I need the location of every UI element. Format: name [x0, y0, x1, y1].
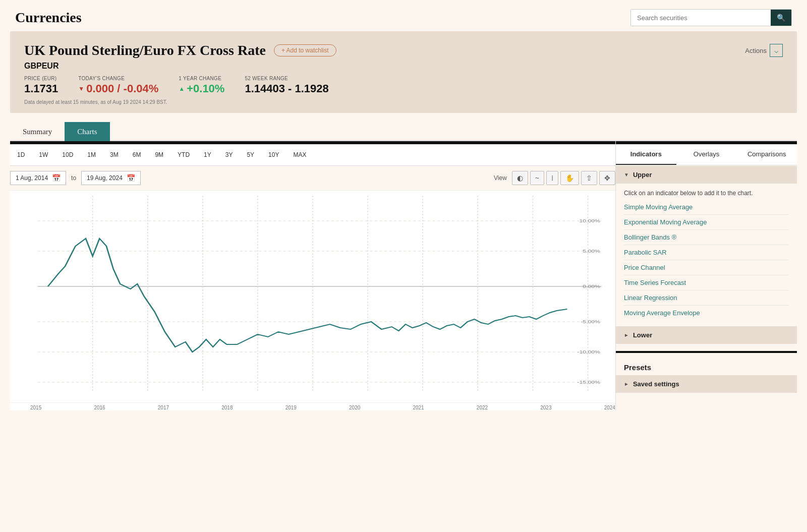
saved-settings-label: Saved settings [633, 380, 679, 388]
tabs-row: Summary Charts [10, 121, 797, 141]
year-change-label: 1 YEAR CHANGE [179, 76, 224, 81]
indicator-parabolic-sar[interactable]: Parabolic SAR [624, 245, 789, 260]
todays-change-stat: TODAY'S CHANGE ▼ 0.000 / -0.04% [78, 76, 158, 95]
security-header: UK Pound Sterling/Euro FX Cross Rate + A… [10, 31, 797, 113]
delayed-note: Data delayed at least 15 minutes, as of … [24, 99, 783, 105]
tab-charts[interactable]: Charts [65, 122, 109, 141]
stats-row: PRICE (EUR) 1.1731 TODAY'S CHANGE ▼ 0.00… [24, 76, 783, 95]
date-from-input[interactable]: 1 Aug, 2014 📅 [10, 171, 66, 185]
time-range-row: 1D 1W 10D 1M 3M 6M 9M YTD 1Y 3Y 5Y 10Y M… [10, 144, 615, 166]
upper-section-label: Upper [633, 171, 652, 179]
x-label-2024: 2024 [604, 405, 615, 410]
time-btn-ytd[interactable]: YTD [170, 148, 197, 161]
x-label-2020: 2020 [349, 405, 360, 410]
chart-main: 1D 1W 10D 1M 3M 6M 9M YTD 1Y 3Y 5Y 10Y M… [10, 141, 615, 410]
price-label: PRICE (EUR) [24, 76, 58, 81]
panel-tab-comparisons[interactable]: Comparisons [736, 144, 797, 165]
time-btn-5y[interactable]: 5Y [240, 148, 261, 161]
time-btn-1w[interactable]: 1W [32, 148, 55, 161]
indicator-moving-average-envelope[interactable]: Moving Average Envelope [624, 306, 789, 320]
search-input[interactable] [631, 10, 771, 26]
date-range-row: 1 Aug, 2014 📅 to 19 Aug, 2024 📅 View ◐ ~… [10, 166, 615, 191]
panel-tab-overlays[interactable]: Overlays [676, 144, 737, 165]
top-header: Currencies 🔍 [0, 0, 807, 31]
actions-label: Actions [745, 47, 767, 54]
x-label-2018: 2018 [221, 405, 233, 410]
time-btn-10y[interactable]: 10Y [261, 148, 286, 161]
saved-settings-section[interactable]: ► Saved settings [616, 375, 797, 393]
x-label-2016: 2016 [94, 405, 105, 410]
actions-dropdown-button[interactable]: ⌵ [770, 44, 783, 57]
x-label-2017: 2017 [158, 405, 169, 410]
presets-divider [616, 351, 797, 353]
date-to-input[interactable]: 19 Aug, 2024 📅 [81, 171, 141, 185]
time-btn-1d[interactable]: 1D [10, 148, 32, 161]
indicator-exponential-moving-average[interactable]: Exponential Moving Average [624, 215, 789, 230]
time-btn-6m[interactable]: 6M [126, 148, 148, 161]
security-name: UK Pound Sterling/Euro FX Cross Rate [24, 42, 266, 58]
svg-text:5.00%: 5.00% [583, 249, 600, 254]
expand-button[interactable]: ✥ [599, 171, 615, 185]
tab-summary[interactable]: Summary [10, 122, 65, 141]
lower-expand-icon: ► [624, 332, 629, 338]
search-button[interactable]: 🔍 [771, 10, 791, 26]
view-buttons: ◐ ~ ⁞ ✋ ⇧ ✥ [512, 171, 615, 185]
to-label: to [71, 174, 76, 182]
todays-change-label: TODAY'S CHANGE [78, 76, 158, 81]
search-box: 🔍 [630, 9, 792, 26]
chart-canvas: 10.00% 5.00% 0.00% -5.00% -10.00% -15.00… [10, 191, 615, 402]
chart-svg: 10.00% 5.00% 0.00% -5.00% -10.00% -15.00… [10, 191, 615, 402]
upper-expand-icon: ▼ [624, 172, 629, 178]
indicator-price-channel[interactable]: Price Channel [624, 260, 789, 275]
svg-text:-10.00%: -10.00% [577, 349, 600, 354]
x-axis-labels: 2015 2016 2017 2018 2019 2020 2021 2022 … [10, 402, 615, 410]
indicator-list: Simple Moving Average Exponential Moving… [616, 200, 797, 320]
x-label-2019: 2019 [285, 405, 297, 410]
calendar-from-icon: 📅 [52, 174, 61, 182]
price-stat: PRICE (EUR) 1.1731 [24, 76, 58, 95]
year-change-row: ▲ +0.10% [179, 82, 224, 95]
panel-tab-indicators[interactable]: Indicators [616, 144, 676, 165]
x-label-2022: 2022 [477, 405, 488, 410]
x-label-2015: 2015 [30, 405, 41, 410]
indicator-simple-moving-average[interactable]: Simple Moving Average [624, 200, 789, 215]
view-candlestick-button[interactable]: ◐ [512, 171, 528, 185]
svg-text:-5.00%: -5.00% [581, 319, 600, 324]
view-label: View [494, 174, 507, 182]
lower-section-header[interactable]: ► Lower [616, 326, 797, 344]
panel-tabs: Indicators Overlays Comparisons [616, 144, 797, 165]
time-btn-3m[interactable]: 3M [103, 148, 126, 161]
svg-text:10.00%: 10.00% [579, 218, 600, 223]
view-line-button[interactable]: ~ [530, 171, 544, 185]
date-from-value: 1 Aug, 2014 [16, 174, 48, 182]
add-to-watchlist-button[interactable]: + Add to watchlist [274, 44, 336, 56]
view-compare-button[interactable]: ✋ [560, 171, 579, 185]
share-button[interactable]: ⇧ [581, 171, 597, 185]
indicator-time-series-forecast[interactable]: Time Series Forecast [624, 275, 789, 290]
right-panel: Indicators Overlays Comparisons ▼ Upper … [615, 141, 797, 410]
upper-section-header[interactable]: ▼ Upper [616, 166, 797, 184]
actions-area: Actions ⌵ [745, 44, 783, 57]
time-btn-3y[interactable]: 3Y [218, 148, 240, 161]
lower-section-label: Lower [633, 331, 652, 339]
panel-instruction: Click on an indicator below to add it to… [616, 184, 797, 200]
indicator-linear-regression[interactable]: Linear Regression [624, 290, 789, 306]
year-change-value: +0.10% [187, 82, 224, 95]
calendar-to-icon: 📅 [127, 174, 135, 182]
time-btn-1m[interactable]: 1M [80, 148, 103, 161]
week-range-value: 1.14403 - 1.1928 [245, 82, 328, 95]
x-label-2023: 2023 [540, 405, 551, 410]
year-change-stat: 1 YEAR CHANGE ▲ +0.10% [179, 76, 224, 95]
time-btn-9m[interactable]: 9M [148, 148, 170, 161]
week-range-stat: 52 WEEK RANGE 1.14403 - 1.1928 [245, 76, 328, 95]
time-btn-1y[interactable]: 1Y [197, 148, 218, 161]
svg-text:0.00%: 0.00% [583, 284, 600, 289]
time-btn-max[interactable]: MAX [286, 148, 313, 161]
page-title: Currencies [15, 10, 82, 26]
week-range-label: 52 WEEK RANGE [245, 76, 328, 81]
todays-change-row: ▼ 0.000 / -0.04% [78, 82, 158, 95]
chart-section: 1D 1W 10D 1M 3M 6M 9M YTD 1Y 3Y 5Y 10Y M… [10, 141, 797, 410]
indicator-bollinger-bands[interactable]: Bollinger Bands ® [624, 230, 789, 245]
view-bars-button[interactable]: ⁞ [546, 171, 558, 185]
time-btn-10d[interactable]: 10D [55, 148, 80, 161]
